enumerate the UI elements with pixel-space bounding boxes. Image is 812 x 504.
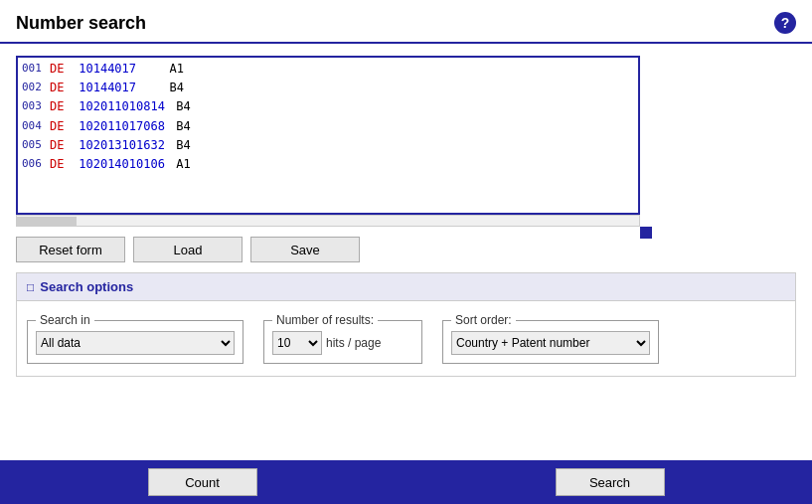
number-list-inner: 001DE 10144017 A1002DE 10144017 B4003DE … [18,58,638,176]
list-item: 003DE 102011010814 B4 [22,97,634,116]
row-country: DE [50,117,72,136]
help-icon[interactable]: ? [774,12,796,34]
row-num: 001 [22,60,50,79]
row-number: 10144017 [79,60,158,79]
page-title: Number search [16,13,146,34]
row-country: DE [50,60,72,79]
reset-form-button[interactable]: Reset form [16,237,125,262]
search-options-title: Search options [40,279,133,294]
search-in-fieldset: Search in All data Title Abstract Claims… [27,313,244,364]
row-kind: A1 [176,155,190,174]
sort-select[interactable]: Country + Patent number Date Relevance [451,331,650,355]
results-legend: Number of results: [272,313,378,327]
horizontal-scrollbar[interactable] [16,215,640,227]
row-country: DE [50,155,72,174]
scrollbar-thumb [17,217,77,227]
sort-legend: Sort order: [451,313,516,327]
form-buttons: Reset form Load Save [16,237,796,262]
list-item: 002DE 10144017 B4 [22,79,634,97]
row-kind: A1 [169,60,183,79]
row-kind: B4 [169,79,183,97]
row-number: 102011017068 [79,117,165,136]
row-number: 102014010106 [79,155,165,174]
row-kind: B4 [176,117,190,136]
resize-handle[interactable] [640,227,652,239]
count-button[interactable]: Count [148,468,257,496]
search-in-legend: Search in [36,313,94,327]
number-list[interactable]: 001DE 10144017 A1002DE 10144017 B4003DE … [16,56,640,215]
row-country: DE [50,79,72,97]
row-num: 005 [22,136,50,155]
row-number: 10144017 [79,79,158,97]
row-number: 102013101632 [79,136,165,155]
row-kind: B4 [176,97,190,116]
row-num: 003 [22,97,50,116]
load-button[interactable]: Load [133,237,243,262]
row-num: 004 [22,117,50,136]
list-item: 006DE 102014010106 A1 [22,155,634,174]
search-options-body: Search in All data Title Abstract Claims… [16,301,796,377]
row-kind: B4 [176,136,190,155]
row-country: DE [50,97,72,116]
search-options-header: □ Search options [16,272,796,301]
row-country: DE [50,136,72,155]
collapse-icon[interactable]: □ [27,280,34,294]
row-num: 002 [22,79,50,97]
row-number: 102011010814 [79,97,165,116]
hits-suffix-label: hits / page [326,336,381,350]
list-item: 004DE 102011017068 B4 [22,117,634,136]
hits-row: 10 25 50 100 hits / page [272,331,413,355]
page-header: Number search ? [0,0,812,44]
list-item: 001DE 10144017 A1 [22,60,634,79]
main-content: 001DE 10144017 A1002DE 10144017 B4003DE … [0,44,812,438]
hits-select[interactable]: 10 25 50 100 [272,331,322,355]
list-item: 005DE 102013101632 B4 [22,136,634,155]
save-button[interactable]: Save [250,237,360,262]
search-button[interactable]: Search [556,468,665,496]
row-num: 006 [22,155,50,174]
results-fieldset: Number of results: 10 25 50 100 hits / p… [263,313,422,364]
search-in-select[interactable]: All data Title Abstract Claims Descripti… [36,331,235,355]
sort-fieldset: Sort order: Country + Patent number Date… [442,313,659,364]
footer-bar: Count Search [0,460,812,504]
